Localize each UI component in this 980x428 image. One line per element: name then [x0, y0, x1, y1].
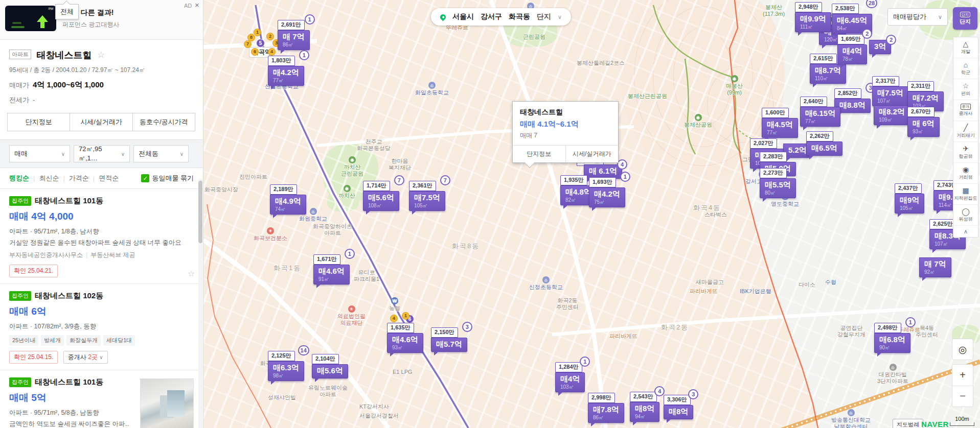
price-marker[interactable]: 2,273만매5.5억80㎡ [760, 168, 796, 198]
listing-item[interactable]: 집주인태창네스트힐 101동 매매 5억 아파트 · 95/71m², 5/8층… [0, 370, 203, 428]
breadcrumb-dong[interactable]: 화곡동 [509, 12, 530, 21]
price-marker[interactable]: 매8.2억109㎡ [874, 105, 910, 125]
price-marker[interactable]: 1,635만매4.6억93㎡ [387, 322, 423, 353]
group-duplicates-checkbox[interactable]: ✓ 동일매물 묶기 [141, 174, 194, 183]
close-icon[interactable]: × [195, 1, 199, 9]
station-exit-number: 1 [254, 29, 261, 36]
broker-count-button[interactable]: 중개사 2곳 ∨ [63, 351, 108, 364]
price-basis-dropdown[interactable]: 매매평당가 ∨ [887, 8, 948, 26]
toolbar-item-편의[interactable]: ☆편의 [953, 79, 978, 100]
price-marker[interactable]: 3,306만매8억3 [664, 394, 693, 419]
popup-button-0[interactable]: 단지정보 [513, 146, 565, 162]
price-marker[interactable]: 2,543만매8억94㎡4 [630, 391, 659, 422]
marker-area-size: 75㎡ [594, 199, 620, 205]
map-label: 공연집단 강철무지개 [837, 325, 865, 338]
map-label-text: 서울강서경찰서 [359, 413, 399, 419]
price-marker[interactable]: 2,317만매7.5억107㎡ [872, 76, 908, 106]
price-marker[interactable]: 1,695만매4억78㎡2 [837, 34, 867, 64]
toolbar-item-항공뷰[interactable]: ✈항공뷰 [953, 142, 978, 163]
price-marker[interactable]: 2,361만매7.5억105㎡7 [409, 180, 445, 211]
sort-option-0[interactable]: 랭킹순 [9, 174, 29, 183]
marker-count-badge: 7 [440, 175, 450, 185]
listing-description: 거실앞 정원같은 올수된 태창아파트 숲세권 상태 너무 좋아요 [9, 239, 194, 247]
marker-price-per-area: 2,027만 [750, 138, 777, 149]
favorite-star-icon[interactable]: ☆ [97, 50, 105, 60]
listing-item[interactable]: 집주인태창네스트힐 102동 매매 6억 아파트 · 107/82m², 3/9… [0, 284, 203, 370]
listing-title[interactable]: 태창네스트힐 101동 [35, 196, 103, 205]
jeonche-tooltip[interactable]: 전체 [55, 4, 79, 19]
locate-me-button[interactable]: ◎ [952, 339, 973, 360]
price-marker[interactable]: 2,104만매5.6억 [312, 353, 348, 378]
toolbar-item-학군[interactable]: ⌂학군 [953, 58, 978, 79]
toolbar-collapse-button[interactable]: ∧ [953, 226, 978, 237]
listing-item[interactable]: 집주인태창네스트힐 101동 매매 4억 4,000 아파트 · 95/71m²… [0, 189, 203, 284]
toolbar-item-위성뷰[interactable]: ◯위성뷰 [953, 205, 978, 226]
toolbar-item-중개사[interactable]: 중개중개사 [953, 100, 978, 121]
map-label: W농협 [389, 297, 400, 312]
map-label-text: 진민아파트 [239, 174, 267, 180]
property-tab-0[interactable]: 단지정보 [7, 113, 70, 131]
sort-option-1[interactable]: 최신순 [39, 174, 59, 183]
price-marker[interactable]: 1,803만매4.2억77㎡1 [268, 55, 304, 86]
favorite-star-icon[interactable]: ☆ [188, 269, 195, 278]
ad-thumbnail[interactable]: PM [5, 6, 56, 31]
price-marker[interactable]: 1,714만매5.6억108㎡7 [363, 180, 399, 211]
price-marker[interactable]: 1,284만매4억103㎡1 [555, 362, 585, 392]
price-marker[interactable]: 3억2 [869, 40, 891, 54]
apt-icon: ⌂ [890, 364, 897, 371]
listing-photo[interactable] [140, 378, 194, 428]
sort-option-3[interactable]: 면적순 [99, 174, 119, 183]
ad-banner[interactable]: PM 고비, 다른 결과! 퍼포먼스 광고대행사 AD × 전체 [0, 0, 203, 40]
complex-popup[interactable]: 태창네스트힐 매매 4.1억~6.1억 매매 7 단지정보시세/실거래가 [512, 101, 619, 163]
price-marker[interactable]: 2,948만매9.9억111㎡ [795, 2, 831, 32]
toolbar-item-지적편집도[interactable]: ▦지적편집도 [953, 184, 978, 205]
zoom-out-button[interactable]: − [952, 386, 973, 407]
marker-sale-price: 매 7억92㎡ [919, 257, 951, 277]
region-breadcrumb-pill[interactable]: 서울시 강서구 화곡동 단지 ∨ [431, 8, 571, 26]
breadcrumb-gu[interactable]: 강서구 [481, 12, 502, 21]
price-marker[interactable]: 2,189만매4.9억74㎡ [270, 184, 306, 215]
price-marker[interactable]: 2,125만매6.3억98㎡14 [268, 350, 304, 381]
marker-price-per-area: 1,935만 [560, 175, 587, 185]
price-marker[interactable]: 2,262만매6.5억 [806, 131, 842, 156]
price-marker[interactable]: 1,600만매4.5억77㎡ [762, 107, 798, 138]
deal-type-select[interactable]: 매매∨ [9, 145, 70, 162]
거리재기-icon: ╱ [964, 124, 968, 132]
listing-description: 금액인하 역도보 숲세권 싸이즈좋은 아파… [9, 420, 129, 428]
map-legend-button[interactable]: 지도범례 [893, 419, 923, 428]
toolbar-item-거리재기[interactable]: ╱거리재기 [953, 121, 978, 142]
map-label: 파리바게뜨 [609, 333, 637, 340]
price-marker[interactable]: 1,671만매4.6억91㎡1 [313, 254, 350, 284]
tooltip-caret [63, 1, 70, 8]
popup-button-1[interactable]: 시세/실거래가 [565, 146, 619, 162]
sidebar-scrollbar-thumb[interactable] [198, 181, 202, 243]
toolbar-item-개발[interactable]: △개발 [953, 37, 978, 58]
price-marker[interactable]: 2,150만매5.7억3 [431, 327, 467, 352]
property-tab-2[interactable]: 동호수/공시가격 [132, 113, 195, 131]
price-marker[interactable]: 2,437만매9억105㎡ [895, 183, 924, 213]
dong-select[interactable]: 전체동∨ [133, 145, 189, 162]
price-marker[interactable]: 매 7억92㎡ [919, 257, 951, 277]
listing-title[interactable]: 태창네스트힐 102동 [35, 291, 103, 300]
marker-area-size: 105㎡ [900, 205, 919, 211]
area-select[interactable]: 72㎡,95㎡,1…∨ [74, 145, 130, 162]
chevron-down-icon: ∨ [558, 14, 562, 20]
sort-options: 랭킹순|최신순|가격순|면적순 [9, 174, 119, 183]
broker-label: 중개사 [68, 353, 86, 361]
zoom-in-button[interactable]: + [952, 365, 973, 386]
price-marker[interactable]: 2,691만매 7억86㎡1 [278, 19, 310, 50]
popup-title: 태창네스트힐 [513, 102, 618, 117]
danji-toggle-button[interactable]: 단지 단지 [953, 7, 977, 30]
toolbar-item-거리뷰[interactable]: ◉거리뷰 [953, 163, 978, 184]
price-marker[interactable]: 2,498만매6.8억90㎡1 [874, 322, 910, 353]
sort-option-2[interactable]: 가격순 [69, 174, 89, 183]
toolbar-item-label: 위성뷰 [959, 216, 973, 223]
breadcrumb-unit[interactable]: 단지 [537, 12, 551, 21]
price-marker[interactable]: 2,640만매6.15억77㎡ [800, 96, 840, 127]
price-marker[interactable]: 2,670만매 6억93㎡ [907, 106, 940, 137]
listing-title[interactable]: 태창네스트힐 101동 [35, 377, 103, 386]
price-marker[interactable]: 2,998만매7.8억86㎡ [588, 392, 624, 423]
property-tab-1[interactable]: 시세/실거래가 [70, 113, 132, 131]
breadcrumb-city[interactable]: 서울시 [452, 12, 474, 21]
price-marker[interactable]: 1,693만매4.2억75㎡1 [589, 177, 625, 207]
